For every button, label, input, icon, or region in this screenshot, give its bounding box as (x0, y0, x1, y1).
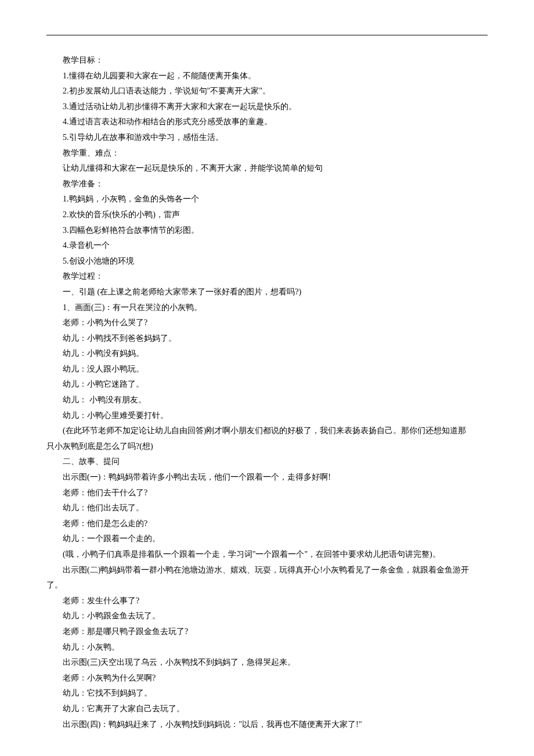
text-line: (在此环节老师不加定论让幼儿自由回答)刚才啊小朋友们都说的好极了，我们来表扬表扬… (46, 423, 488, 439)
text-line: 4.通过语言表达和动作相结合的形式充分感受故事的童趣。 (46, 114, 488, 130)
text-line: 教学过程： (46, 269, 488, 285)
text-line: 老师：发生什么事了? (46, 593, 488, 609)
document-page: 教学目标：1.懂得在幼儿园要和大家在一起，不能随便离开集体。2.初步发展幼儿口语… (0, 0, 534, 756)
text-line: 幼儿：小鸭没有妈妈。 (46, 346, 488, 362)
text-line: 让幼儿懂得和大家在一起玩是快乐的，不离开大家，并能学说简单的短句 (46, 161, 488, 177)
text-line: 老师：小鸭为什么哭了? (46, 315, 488, 331)
text-line: 教学准备： (46, 177, 488, 192)
text-line: 幼儿：小鸭跟金鱼去玩了。 (46, 609, 488, 624)
text-line: (哦，小鸭子们真乖是排着队一个跟着一个走，学习词"一个跟着一个"，在回答中要求幼… (46, 547, 488, 563)
text-line-continuation: 了。 (46, 578, 488, 593)
text-line: 幼儿：小鸭找不到爸爸妈妈了。 (46, 331, 488, 347)
text-line: 老师：他们是怎么走的? (46, 516, 488, 532)
text-line: 幼儿：它找不到妈妈了。 (46, 686, 488, 701)
text-line: 幼儿：他们出去玩了。 (46, 501, 488, 516)
text-line: 幼儿：小灰鸭。 (46, 640, 488, 656)
text-line: 出示图(二)鸭妈妈带着一群小鸭在池塘边游水、嬉戏、玩耍，玩得真开心!小灰鸭看见了… (46, 563, 488, 578)
text-line: 1、画面(三)：有一只在哭泣的小灰鸭。 (46, 300, 488, 316)
horizontal-rule (46, 35, 488, 35)
text-line: 教学目标： (46, 53, 488, 69)
text-line: 教学重、难点： (46, 146, 488, 161)
text-line: 幼儿：一个跟着一个走的。 (46, 531, 488, 547)
text-line: 二、故事、提问 (46, 454, 488, 470)
text-line: 老师：那是哪只鸭子跟金鱼去玩了? (46, 624, 488, 640)
text-line: 3.四幅色彩鲜艳符合故事情节的彩图。 (46, 223, 488, 239)
text-line: 3.通过活动让幼儿初步懂得不离开大家和大家在一起玩是快乐的。 (46, 99, 488, 115)
text-line: 出示图(三)天空出现了乌云，小灰鸭找不到妈妈了，急得哭起来。 (46, 655, 488, 671)
text-line: 2.初步发展幼儿口语表达能力，学说短句"不要离开大家"。 (46, 84, 488, 99)
text-line: 幼儿：小鸭心里难受要打针。 (46, 408, 488, 424)
text-line: 一、引题 (在上课之前老师给大家带来了一张好看的图片，想看吗?) (46, 285, 488, 300)
text-line: 老师：他们去干什么了? (46, 485, 488, 501)
text-line: 幼儿： 小鸭没有朋友。 (46, 393, 488, 408)
text-line: 4.录音机一个 (46, 238, 488, 254)
text-line: 5.创设小池塘的环境 (46, 254, 488, 269)
text-line: 5.引导幼儿在故事和游戏中学习，感悟生活。 (46, 130, 488, 146)
text-line: 出示图(一)：鸭妈妈带着许多小鸭出去玩，他们一个跟着一个，走得多好啊! (46, 470, 488, 485)
text-line: 2.欢快的音乐(快乐的小鸭)，雷声 (46, 207, 488, 223)
text-line: 幼儿：没人跟小鸭玩。 (46, 362, 488, 377)
text-line: 幼儿：它离开了大家自己去玩了。 (46, 701, 488, 717)
text-line: 1.鸭妈妈，小灰鸭，金鱼的头饰各一个 (46, 192, 488, 207)
document-body: 教学目标：1.懂得在幼儿园要和大家在一起，不能随便离开集体。2.初步发展幼儿口语… (46, 53, 488, 732)
text-line: 幼儿：小鸭它迷路了。 (46, 377, 488, 393)
text-line-continuation: 只小灰鸭到底是怎么了吗?(想) (46, 439, 488, 455)
text-line: 出示图(四)：鸭妈妈赶来了，小灰鸭找到妈妈说："以后，我再也不随便离开大家了!" (46, 717, 488, 733)
text-line: 老师：小灰鸭为什么哭啊? (46, 671, 488, 686)
text-line: 1.懂得在幼儿园要和大家在一起，不能随便离开集体。 (46, 69, 488, 84)
